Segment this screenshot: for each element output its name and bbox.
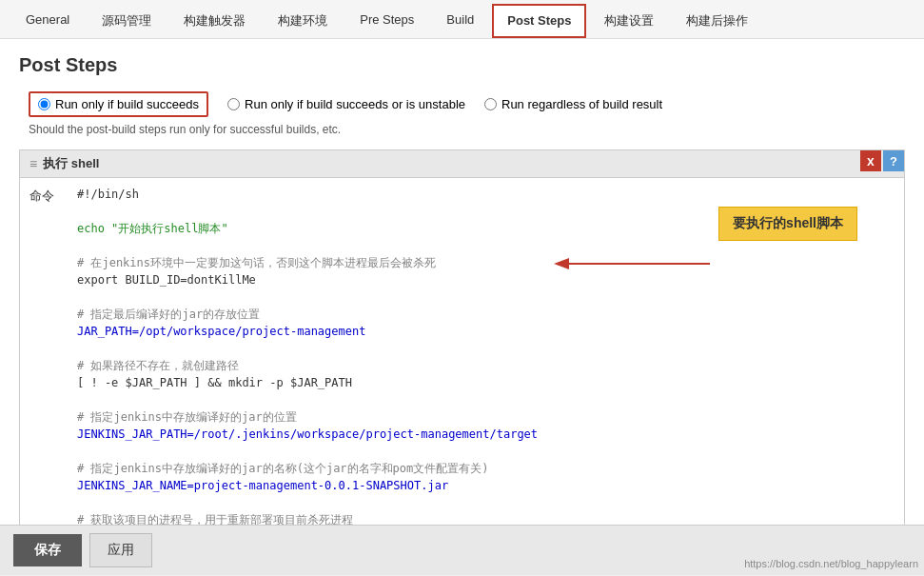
nav-general[interactable]: General	[11, 4, 84, 38]
radio-unstable[interactable]	[227, 98, 240, 110]
watermark: https://blog.csdn.net/blog_happylearn	[744, 558, 918, 569]
save-button[interactable]: 保存	[13, 534, 82, 566]
top-navigation: General 源码管理 构建触发器 构建环境 Pre Steps Build …	[0, 0, 924, 39]
shell-title: 执行 shell	[43, 155, 99, 172]
radio-unstable-label: Run only if build succeeds or is unstabl…	[245, 97, 465, 111]
radio-option-1-box: Run only if build succeeds	[29, 91, 208, 117]
close-button[interactable]: x	[860, 150, 881, 171]
arrow-icon	[548, 249, 719, 278]
shell-block-outer: ≡ 执行 shell x ? 命令 #!/bin/sh echo "开始执行sh…	[19, 149, 905, 575]
nav-presteps[interactable]: Pre Steps	[345, 4, 428, 38]
radio-group: Run only if build succeeds Run only if b…	[19, 91, 905, 117]
shell-header: ≡ 执行 shell	[20, 150, 904, 178]
main-content: Post Steps Run only if build succeeds Ru…	[0, 39, 924, 575]
code-area[interactable]: #!/bin/sh echo "开始执行shell脚本" # 在jenkins环…	[77, 186, 895, 575]
page-title: Post Steps	[19, 54, 905, 76]
radio-option-2[interactable]: Run only if build succeeds or is unstabl…	[227, 97, 465, 111]
nav-settings[interactable]: 构建设置	[590, 4, 668, 38]
annotation-box: 要执行的shell脚本	[718, 207, 857, 241]
radio-succeeds-label: Run only if build succeeds	[55, 97, 199, 111]
command-label: 命令	[29, 186, 77, 575]
nav-env[interactable]: 构建环境	[264, 4, 342, 38]
hint-text: Should the post-build steps run only for…	[19, 123, 905, 136]
radio-succeeds[interactable]	[38, 98, 50, 110]
help-button[interactable]: ?	[883, 150, 904, 171]
apply-button[interactable]: 应用	[89, 533, 152, 567]
nav-build[interactable]: Build	[432, 4, 488, 38]
radio-regardless-label: Run regardless of build result	[501, 97, 662, 111]
radio-regardless[interactable]	[484, 98, 497, 110]
radio-option-3[interactable]: Run regardless of build result	[484, 97, 662, 111]
nav-triggers[interactable]: 构建触发器	[169, 4, 260, 38]
nav-poststeps[interactable]: Post Steps	[492, 4, 586, 38]
drag-icon: ≡	[29, 156, 37, 171]
nav-source[interactable]: 源码管理	[88, 4, 166, 38]
nav-post-actions[interactable]: 构建后操作	[672, 4, 762, 38]
